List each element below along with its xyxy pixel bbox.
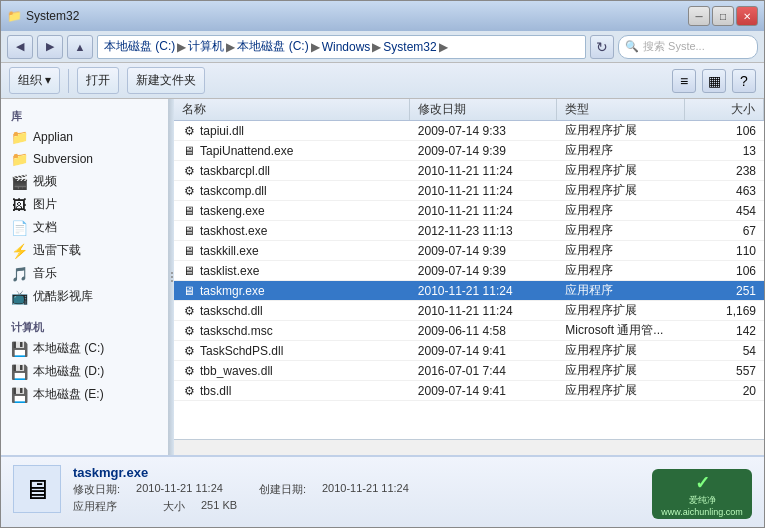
sidebar-item-applian[interactable]: 📁 Applian — [1, 126, 168, 148]
file-icon: 🖥 — [182, 264, 196, 278]
help-button[interactable]: ? — [732, 69, 756, 93]
search-bar[interactable]: 🔍 搜索 Syste... — [618, 35, 758, 59]
sidebar-item-label: 本地磁盘 (C:) — [33, 340, 104, 357]
file-date-cell: 2009-06-11 4:58 — [410, 321, 558, 340]
file-name-cell: 🖥 taskmgr.exe — [174, 281, 410, 300]
document-icon: 📄 — [11, 220, 27, 236]
path-segment-1: 本地磁盘 (C:) — [104, 38, 175, 55]
file-icon: 🖥 — [182, 204, 196, 218]
sidebar-item-drive-d[interactable]: 💾 本地磁盘 (D:) — [1, 360, 168, 383]
up-button[interactable]: ▲ — [67, 35, 93, 59]
video-icon: 🎬 — [11, 174, 27, 190]
status-size-label: 大小 — [163, 499, 185, 514]
file-type-cell: 应用程序扩展 — [557, 121, 685, 140]
status-filename: taskmgr.exe — [73, 465, 640, 480]
watermark: ✓ 爱纯净 www.aichunling.com — [652, 469, 752, 519]
sidebar-item-label: 文档 — [33, 219, 57, 236]
sidebar-item-drive-c[interactable]: 💾 本地磁盘 (C:) — [1, 337, 168, 360]
window-icon: 📁 — [7, 9, 22, 23]
horizontal-scrollbar[interactable] — [174, 439, 764, 455]
table-row[interactable]: ⚙ taskbarcpl.dll 2010-11-21 11:24 应用程序扩展… — [174, 161, 764, 181]
col-header-name[interactable]: 名称 — [174, 99, 410, 120]
col-header-date[interactable]: 修改日期 — [410, 99, 558, 120]
back-button[interactable]: ◀ — [7, 35, 33, 59]
file-name-cell: ⚙ tbb_waves.dll — [174, 361, 410, 380]
table-row[interactable]: 🖥 taskhost.exe 2012-11-23 11:13 应用程序 67 — [174, 221, 764, 241]
path-system32: System32 — [383, 40, 436, 54]
file-type-cell: 应用程序 — [557, 201, 685, 220]
table-row[interactable]: 🖥 taskeng.exe 2010-11-21 11:24 应用程序 454 — [174, 201, 764, 221]
minimize-button[interactable]: ─ — [688, 6, 710, 26]
watermark-brand: 爱纯净 — [689, 494, 716, 507]
sidebar-item-label: Subversion — [33, 152, 93, 166]
sidebar-item-subversion[interactable]: 📁 Subversion — [1, 148, 168, 170]
table-row[interactable]: ⚙ tbs.dll 2009-07-14 9:41 应用程序扩展 20 — [174, 381, 764, 401]
new-folder-button[interactable]: 新建文件夹 — [127, 67, 205, 94]
sidebar-item-drive-e[interactable]: 💾 本地磁盘 (E:) — [1, 383, 168, 406]
preview-button[interactable]: ▦ — [702, 69, 726, 93]
file-icon: ⚙ — [182, 164, 196, 178]
sidebar-item-youku[interactable]: 📺 优酷影视库 — [1, 285, 168, 308]
sidebar-item-video[interactable]: 🎬 视频 — [1, 170, 168, 193]
table-row[interactable]: ⚙ taskschd.msc 2009-06-11 4:58 Microsoft… — [174, 321, 764, 341]
file-name-cell: ⚙ tbs.dll — [174, 381, 410, 400]
table-row[interactable]: 🖥 TapiUnattend.exe 2009-07-14 9:39 应用程序 … — [174, 141, 764, 161]
file-icon: ⚙ — [182, 184, 196, 198]
splitter-handle — [171, 272, 173, 282]
toolbar-separator-1 — [68, 69, 69, 93]
file-name: tbb_waves.dll — [200, 364, 273, 378]
address-path[interactable]: 本地磁盘 (C:) ▶ 计算机 ▶ 本地磁盘 (C:) ▶ Windows ▶ … — [97, 35, 586, 59]
view-mode-button[interactable]: ≡ — [672, 69, 696, 93]
column-headers: 名称 修改日期 类型 大小 — [174, 99, 764, 121]
path-sep-5: ▶ — [439, 40, 448, 54]
sidebar-item-documents[interactable]: 📄 文档 — [1, 216, 168, 239]
file-type-cell: 应用程序扩展 — [557, 301, 685, 320]
file-name: taskmgr.exe — [200, 284, 265, 298]
drive-icon: 💾 — [11, 341, 27, 357]
file-date-cell: 2009-07-14 9:39 — [410, 141, 558, 160]
sidebar-item-label: Applian — [33, 130, 73, 144]
table-row[interactable]: ⚙ taskschd.dll 2010-11-21 11:24 应用程序扩展 1… — [174, 301, 764, 321]
drive-icon: 💾 — [11, 364, 27, 380]
organize-button[interactable]: 组织 ▾ — [9, 67, 60, 94]
refresh-button[interactable]: ↻ — [590, 35, 614, 59]
table-row[interactable]: ⚙ tapiui.dll 2009-07-14 9:33 应用程序扩展 106 — [174, 121, 764, 141]
splitter-dot — [171, 280, 173, 282]
file-name-cell: ⚙ taskbarcpl.dll — [174, 161, 410, 180]
file-date-cell: 2009-07-14 9:39 — [410, 241, 558, 260]
table-row[interactable]: 🖥 tasklist.exe 2009-07-14 9:39 应用程序 106 — [174, 261, 764, 281]
sidebar-item-label: 视频 — [33, 173, 57, 190]
title-bar-controls: ─ □ ✕ — [688, 6, 758, 26]
sidebar-item-thunder[interactable]: ⚡ 迅雷下载 — [1, 239, 168, 262]
splitter-dot — [171, 276, 173, 278]
close-button[interactable]: ✕ — [736, 6, 758, 26]
file-size-cell: 454 — [685, 201, 764, 220]
status-info: taskmgr.exe 修改日期: 2010-11-21 11:24 创建日期:… — [73, 465, 640, 514]
open-button[interactable]: 打开 — [77, 67, 119, 94]
file-date-cell: 2012-11-23 11:13 — [410, 221, 558, 240]
file-icon: ⚙ — [182, 324, 196, 338]
music-icon: 🎵 — [11, 266, 27, 282]
file-name-cell: 🖥 taskeng.exe — [174, 201, 410, 220]
file-name-cell: 🖥 taskhost.exe — [174, 221, 410, 240]
table-row[interactable]: 🖥 taskkill.exe 2009-07-14 9:39 应用程序 110 — [174, 241, 764, 261]
sidebar-item-music[interactable]: 🎵 音乐 — [1, 262, 168, 285]
table-row[interactable]: ⚙ TaskSchdPS.dll 2009-07-14 9:41 应用程序扩展 … — [174, 341, 764, 361]
file-name: tasklist.exe — [200, 264, 259, 278]
modify-label: 修改日期: — [73, 482, 120, 497]
toolbar-right: ≡ ▦ ? — [672, 69, 756, 93]
col-header-type[interactable]: 类型 — [557, 99, 685, 120]
table-row[interactable]: ⚙ taskcomp.dll 2010-11-21 11:24 应用程序扩展 4… — [174, 181, 764, 201]
table-row[interactable]: ⚙ tbb_waves.dll 2016-07-01 7:44 应用程序扩展 5… — [174, 361, 764, 381]
file-date-cell: 2010-11-21 11:24 — [410, 301, 558, 320]
toolbar: 组织 ▾ 打开 新建文件夹 ≡ ▦ ? — [1, 63, 764, 99]
file-list: ⚙ tapiui.dll 2009-07-14 9:33 应用程序扩展 106 … — [174, 121, 764, 439]
drive-icon: 💾 — [11, 387, 27, 403]
file-type-cell: 应用程序扩展 — [557, 341, 685, 360]
maximize-button[interactable]: □ — [712, 6, 734, 26]
col-header-size[interactable]: 大小 — [685, 99, 764, 120]
file-type-cell: Microsoft 通用管... — [557, 321, 685, 340]
table-row[interactable]: 🖥 taskmgr.exe 2010-11-21 11:24 应用程序 251 — [174, 281, 764, 301]
sidebar-item-pictures[interactable]: 🖼 图片 — [1, 193, 168, 216]
forward-button[interactable]: ▶ — [37, 35, 63, 59]
